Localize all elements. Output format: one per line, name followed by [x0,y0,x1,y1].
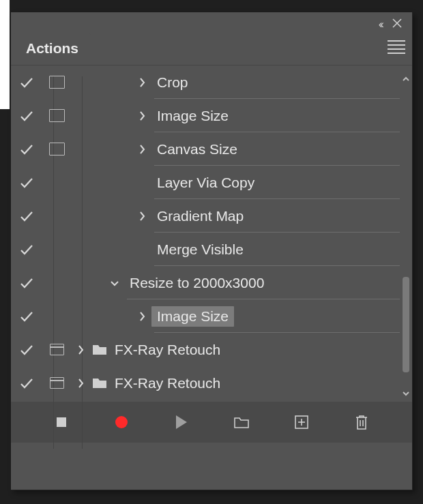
chevron-right-icon[interactable] [132,110,151,122]
action-label: Image Size [151,306,234,327]
chevron-right-icon[interactable] [71,377,90,389]
action-label: FX-Ray Retouch [109,375,220,391]
scroll-thumb[interactable] [403,277,409,372]
panel-footer [11,402,412,443]
panel-menu-icon[interactable] [388,38,405,57]
toggle-enabled-check[interactable] [11,242,42,257]
folder-icon [90,377,109,389]
action-row[interactable]: Merge Visible [11,233,412,266]
action-row[interactable]: Image Size [11,299,412,333]
chevron-down-icon[interactable] [105,277,124,289]
action-label-area[interactable]: Crop [151,65,412,99]
action-label-area[interactable]: Layer Via Copy [151,166,412,199]
toggle-enabled-check[interactable] [11,376,42,391]
delete-button[interactable] [347,408,376,436]
action-label: Crop [151,74,188,91]
action-row[interactable]: FX-Ray Retouch [11,333,412,366]
panel-titlebar: ‹‹ [11,12,412,34]
chevron-right-icon[interactable] [132,310,151,323]
action-label: Gradient Map [151,208,244,224]
toggle-enabled-check[interactable] [11,309,42,324]
close-panel-icon[interactable] [390,16,404,30]
action-label-area[interactable]: Canvas Size [151,132,412,166]
play-button[interactable] [167,408,196,436]
chevron-right-icon[interactable] [132,143,151,155]
action-row[interactable]: Resize to 2000x3000 [11,266,412,299]
action-label-area[interactable]: FX-Ray Retouch [109,333,412,366]
action-row[interactable]: Crop [11,65,412,99]
toggle-enabled-check[interactable] [11,142,42,157]
action-label-area[interactable]: Gradient Map [151,199,412,233]
action-row[interactable]: FX-Ray Retouch [11,366,412,400]
chevron-right-icon[interactable] [71,344,90,356]
action-label: Image Size [151,108,229,124]
chevron-right-icon[interactable] [132,76,151,89]
toggle-enabled-check[interactable] [11,342,42,357]
toggle-enabled-check[interactable] [11,175,42,190]
toggle-enabled-check[interactable] [11,108,42,123]
action-label: Resize to 2000x3000 [124,275,264,291]
new-action-button[interactable] [287,408,316,436]
toggle-dialog-box[interactable] [42,109,71,122]
action-label: Merge Visible [151,241,244,258]
scrollbar [402,72,410,400]
action-row[interactable]: Image Size [11,99,412,132]
action-label-area[interactable]: Image Size [151,99,412,132]
action-row[interactable]: Layer Via Copy [11,166,412,199]
action-label: Layer Via Copy [151,175,254,191]
new-folder-button[interactable] [227,408,256,436]
toggle-dialog-box[interactable] [42,76,71,89]
action-label: Canvas Size [151,141,237,158]
scroll-down-button[interactable] [402,387,410,400]
toggle-dialog-box[interactable] [42,377,71,389]
toggle-dialog-box[interactable] [42,143,71,155]
action-label-area[interactable]: Image Size [151,299,412,333]
panel-tabbar: Actions [11,34,412,65]
toggle-enabled-check[interactable] [11,75,42,90]
folder-icon [90,344,109,355]
toggle-dialog-box[interactable] [42,344,71,355]
record-button[interactable] [107,408,136,436]
actions-list: CropImage SizeCanvas SizeLayer Via CopyG… [11,65,412,402]
action-row[interactable]: Canvas Size [11,132,412,166]
action-row[interactable]: Gradient Map [11,199,412,233]
toggle-enabled-check[interactable] [11,276,42,291]
scroll-up-button[interactable] [402,72,410,86]
chevron-right-icon[interactable] [132,210,151,222]
stop-button[interactable] [47,408,76,436]
action-label-area[interactable]: Resize to 2000x3000 [124,266,412,299]
action-label-area[interactable]: Merge Visible [151,233,412,266]
action-label-area[interactable]: FX-Ray Retouch [109,366,412,400]
action-label: FX-Ray Retouch [109,342,220,358]
actions-panel: ‹‹ Actions CropImage SizeCanvas SizeLaye… [11,12,413,490]
toggle-enabled-check[interactable] [11,209,42,224]
tab-actions[interactable]: Actions [14,33,91,65]
collapse-panel-icon[interactable]: ‹‹ [379,18,382,31]
